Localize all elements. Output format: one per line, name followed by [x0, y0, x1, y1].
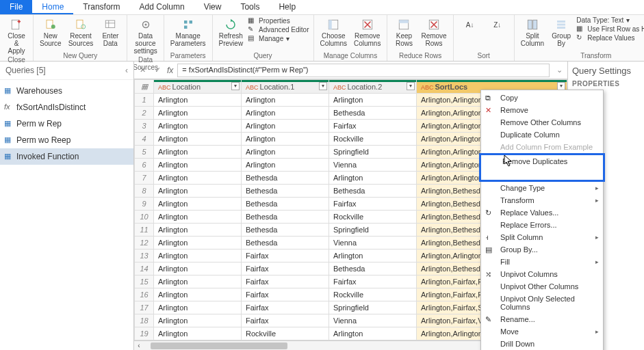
recent-sources-button[interactable]: Recent Sources [66, 16, 96, 49]
menu-add-example[interactable]: Add Column From Example [481, 141, 603, 153]
scroll-left-icon[interactable]: ‹ [134, 342, 144, 349]
cell-location2[interactable]: Bethesda [329, 262, 417, 275]
menu-transform[interactable]: Transform▸ [481, 194, 603, 206]
menu-unpivot-other[interactable]: Unpivot Other Columns [481, 280, 603, 293]
menu-change-type[interactable]: Change Type▸ [481, 182, 603, 194]
menu-replace-values[interactable]: ↻Replace Values... [481, 206, 603, 219]
cell-location2[interactable]: Springfield [329, 224, 417, 237]
cell-location[interactable]: Arlington [154, 314, 242, 327]
cell-location1[interactable]: Fairfax [242, 288, 329, 301]
tab-view[interactable]: View [194, 0, 231, 14]
properties-button[interactable]: ▦Properties [248, 16, 309, 25]
query-item[interactable]: ▦Warehouses [0, 83, 133, 99]
menu-copy[interactable]: ⧉Copy [481, 92, 603, 104]
tab-add-column[interactable]: Add Column [130, 0, 194, 14]
cell-location[interactable]: Arlington [154, 237, 242, 250]
query-item[interactable]: ▦Perm wo Reep [0, 132, 133, 148]
choose-columns-button[interactable]: Choose Columns [318, 16, 349, 49]
cell-location[interactable]: Arlington [154, 211, 242, 224]
col-header-location2[interactable]: ABCLocation.2▾ [329, 80, 417, 94]
cell-location1[interactable]: Rockville [242, 327, 329, 340]
cell-location2[interactable]: Bethesda [329, 107, 417, 120]
col-header-location[interactable]: ABCLocation▾ [154, 80, 242, 94]
formula-cancel-icon[interactable]: ✕ [137, 65, 148, 76]
manage-query-button[interactable]: ▤Manage ▾ [248, 34, 309, 42]
data-type-button[interactable]: Data Type: Text ▾ [576, 16, 644, 24]
cell-location1[interactable]: Arlington [242, 94, 329, 107]
tab-home[interactable]: Home [32, 0, 73, 14]
remove-rows-button[interactable]: Remove Rows [419, 16, 448, 49]
cell-location2[interactable]: Rockville [329, 288, 417, 301]
refresh-preview-button[interactable]: Refresh Preview [217, 16, 246, 49]
cell-location[interactable]: Arlington [154, 262, 242, 275]
new-source-button[interactable]: New Source [38, 16, 64, 49]
cell-location2[interactable]: Vienna [329, 159, 417, 172]
cell-location1[interactable]: Bethesda [242, 237, 329, 250]
cell-location1[interactable]: Arlington [242, 146, 329, 159]
advanced-editor-button[interactable]: ✎Advanced Editor [248, 25, 309, 33]
tab-tools[interactable]: Tools [231, 0, 269, 14]
cell-location1[interactable]: Rockville [242, 340, 329, 341]
menu-remove-other[interactable]: Remove Other Columns [481, 116, 603, 129]
cell-location2[interactable]: Arlington [329, 172, 417, 185]
close-apply-button[interactable]: Close & Apply [4, 16, 29, 56]
cell-location[interactable]: Arlington [154, 94, 242, 107]
cell-location2[interactable]: Vienna [329, 237, 417, 250]
cell-location[interactable]: Arlington [154, 120, 242, 133]
menu-unpivot-selected[interactable]: Unpivot Only Selected Columns [481, 293, 603, 313]
cell-location[interactable]: Arlington [154, 327, 242, 340]
replace-values-button[interactable]: ↻Replace Values [576, 33, 644, 42]
menu-replace-errors[interactable]: Replace Errors... [481, 219, 603, 231]
sort-asc-button[interactable]: A↓ [458, 16, 482, 33]
cell-location1[interactable]: Fairfax [242, 250, 329, 262]
menu-unpivot[interactable]: ⤭Unpivot Columns [481, 268, 603, 280]
cell-location[interactable]: Arlington [154, 250, 242, 262]
cell-location2[interactable]: Arlington [329, 250, 417, 262]
cell-location2[interactable]: Springfield [329, 146, 417, 159]
cell-location[interactable]: Arlington [154, 185, 242, 198]
cell-location1[interactable]: Bethesda [242, 185, 329, 198]
cell-location2[interactable]: Arlington [329, 94, 417, 107]
menu-group-by[interactable]: ▤Group By... [481, 243, 603, 256]
query-item[interactable]: ▦Invoked Function [0, 148, 133, 165]
first-row-headers-button[interactable]: ▦Use First Row as Headers ▾ [576, 25, 644, 33]
query-item[interactable]: ▦Perm w Rep [0, 116, 133, 132]
cell-location1[interactable]: Bethesda [242, 224, 329, 237]
col-header-location1[interactable]: ABCLocation.1▾ [242, 80, 329, 94]
cell-location[interactable]: Arlington [154, 172, 242, 185]
menu-duplicate[interactable]: Duplicate Column [481, 129, 603, 141]
filter-dropdown-icon[interactable]: ▾ [407, 82, 415, 90]
tab-transform[interactable]: Transform [73, 0, 129, 14]
cell-location2[interactable]: Rockville [329, 211, 417, 224]
keep-rows-button[interactable]: Keep Rows [391, 16, 416, 49]
cell-location2[interactable]: Bethesda [329, 185, 417, 198]
collapse-icon[interactable]: ‹ [125, 66, 128, 75]
split-column-button[interactable]: Split Column [519, 16, 546, 49]
cell-location2[interactable]: Springfield [329, 301, 417, 314]
table-corner[interactable]: ▦ [135, 80, 154, 94]
remove-columns-button[interactable]: Remove Columns [352, 16, 383, 49]
cell-location2[interactable]: Arlington [329, 327, 417, 340]
cell-location1[interactable]: Bethesda [242, 172, 329, 185]
manage-parameters-button[interactable]: Manage Parameters [168, 16, 208, 49]
cell-location[interactable]: Arlington [154, 159, 242, 172]
sort-desc-button[interactable]: Z↓ [485, 16, 510, 33]
cell-location[interactable]: Arlington [154, 301, 242, 314]
cell-location[interactable]: Arlington [154, 107, 242, 120]
formula-dropdown-icon[interactable]: ⌄ [554, 65, 565, 76]
menu-rename[interactable]: ✎Rename... [481, 313, 603, 325]
menu-remove[interactable]: ✕Remove [481, 104, 603, 116]
cell-location1[interactable]: Fairfax [242, 301, 329, 314]
cell-location[interactable]: Arlington [154, 224, 242, 237]
cell-location1[interactable]: Arlington [242, 107, 329, 120]
cell-location2[interactable]: Fairfax [329, 275, 417, 288]
cell-location1[interactable]: Fairfax [242, 314, 329, 327]
cell-location1[interactable]: Arlington [242, 120, 329, 133]
group-by-button[interactable]: Group By [549, 16, 574, 49]
enter-data-button[interactable]: Enter Data [98, 16, 123, 49]
cell-location1[interactable]: Fairfax [242, 262, 329, 275]
fx-icon[interactable]: fx [167, 66, 173, 75]
cell-location1[interactable]: Bethesda [242, 211, 329, 224]
cell-location1[interactable]: Arlington [242, 133, 329, 146]
filter-dropdown-icon[interactable]: ▾ [319, 82, 327, 90]
